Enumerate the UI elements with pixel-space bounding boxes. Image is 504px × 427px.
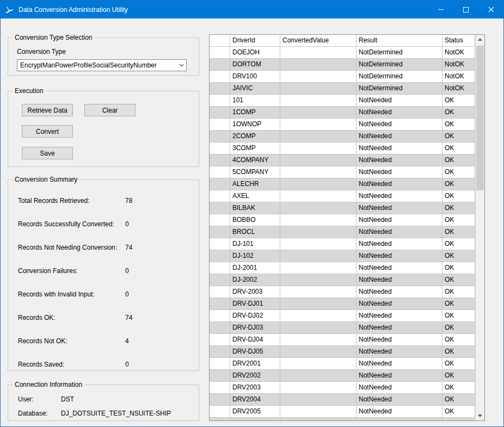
cell-result[interactable]: NotNeeded [357, 274, 442, 286]
row-header-cell[interactable] [210, 71, 230, 83]
cell-driverid[interactable]: 3COMP [230, 143, 280, 154]
cell-driverid[interactable]: JAIVIC [230, 83, 280, 95]
cell-driverid[interactable]: DOEJOH [230, 47, 280, 59]
cell-driverid[interactable]: 1COMP [230, 107, 280, 119]
cell-status[interactable]: OK [442, 286, 475, 298]
cell-driverid[interactable]: ALECHR [230, 178, 280, 190]
cell-driverid[interactable]: DRV2004 [230, 394, 280, 406]
table-row[interactable]: DOEJOHNotDeterminedNotOK [210, 47, 484, 59]
row-header-cell[interactable] [210, 418, 230, 421]
cell-driverid[interactable]: BILBAK [230, 202, 280, 214]
table-row[interactable]: 2COMPNotNeededOK [210, 131, 484, 143]
row-header-cell[interactable] [210, 394, 230, 406]
cell-convertedvalue[interactable] [280, 382, 357, 394]
row-header-cell[interactable] [210, 382, 230, 394]
table-row[interactable]: DRV-2003NotNeededOK [210, 286, 484, 298]
cell-convertedvalue[interactable] [280, 83, 357, 95]
cell-result[interactable]: NotDetermined [357, 59, 442, 71]
row-header-cell[interactable] [210, 47, 230, 59]
cell-driverid[interactable]: DJ-102 [230, 250, 280, 262]
cell-result[interactable]: NotNeeded [357, 322, 442, 334]
cell-status[interactable]: OK [442, 382, 475, 394]
title-bar[interactable]: Data Conversion Administration Utility [1, 1, 503, 18]
cell-status[interactable]: OK [442, 370, 475, 382]
row-header-cell[interactable] [210, 322, 230, 334]
cell-convertedvalue[interactable] [280, 406, 357, 418]
cell-convertedvalue[interactable] [280, 143, 357, 154]
table-row[interactable]: DRV2001NotNeededOK [210, 358, 484, 370]
cell-status[interactable]: OK [442, 238, 475, 250]
cell-driverid[interactable]: DRV2005 [230, 406, 280, 418]
cell-convertedvalue[interactable] [280, 202, 357, 214]
cell-driverid[interactable]: 5COMPANY [230, 166, 280, 178]
cell-result[interactable]: NotNeeded [357, 346, 442, 358]
cell-convertedvalue[interactable] [280, 346, 357, 358]
cell-result[interactable]: NotNeeded [357, 286, 442, 298]
table-row[interactable]: DRV-DJ02NotNeededOK [210, 310, 484, 322]
cell-driverid[interactable]: DRV2001 [230, 358, 280, 370]
column-header-convertedvalue[interactable]: ConvertedValue [280, 35, 357, 47]
cell-convertedvalue[interactable] [280, 95, 357, 107]
cell-status[interactable]: OK [442, 143, 475, 154]
cell-convertedvalue[interactable] [280, 418, 357, 421]
table-row[interactable]: BOBBONotNeededOK [210, 214, 484, 226]
cell-status[interactable]: OK [442, 119, 475, 131]
cell-convertedvalue[interactable] [280, 107, 357, 119]
row-header-cell[interactable] [210, 190, 230, 202]
cell-driverid[interactable]: DRV-2003 [230, 286, 280, 298]
table-row[interactable]: DRV2004NotNeededOK [210, 394, 484, 406]
row-header-cell[interactable] [210, 226, 230, 238]
table-row[interactable]: DRV2003NotNeededOK [210, 382, 484, 394]
cell-driverid[interactable]: 2COMP [230, 131, 280, 143]
cell-driverid[interactable]: DRV-DJ02 [230, 310, 280, 322]
cell-driverid[interactable]: DJ-101 [230, 238, 280, 250]
row-header-cell[interactable] [210, 107, 230, 119]
cell-driverid[interactable]: 4COMPANY [230, 154, 280, 166]
column-header-result[interactable]: Result [357, 35, 442, 47]
cell-status[interactable]: OK [442, 178, 475, 190]
cell-convertedvalue[interactable] [280, 286, 357, 298]
table-row[interactable]: 3COMPNotNeededOK [210, 143, 484, 154]
cell-convertedvalue[interactable] [280, 178, 357, 190]
cell-result[interactable]: NotNeeded [357, 154, 442, 166]
cell-result[interactable]: NotNeeded [357, 202, 442, 214]
cell-result[interactable]: NotDetermined [357, 47, 442, 59]
cell-driverid[interactable]: DJ-2002 [230, 274, 280, 286]
row-header-cell[interactable] [210, 214, 230, 226]
cell-status[interactable]: OK [442, 322, 475, 334]
cell-convertedvalue[interactable] [280, 358, 357, 370]
cell-convertedvalue[interactable] [280, 154, 357, 166]
cell-driverid[interactable]: BOBBO [230, 214, 280, 226]
cell-result[interactable]: NotNeeded [357, 406, 442, 418]
cell-result[interactable]: NotNeeded [357, 418, 442, 421]
row-header-cell[interactable] [210, 286, 230, 298]
cell-result[interactable]: NotNeeded [357, 166, 442, 178]
vertical-scrollbar[interactable] [475, 35, 484, 420]
cell-convertedvalue[interactable] [280, 334, 357, 346]
cell-status[interactable]: OK [442, 250, 475, 262]
table-row[interactable]: 1OWNOPNotNeededOK [210, 119, 484, 131]
cell-convertedvalue[interactable] [280, 190, 357, 202]
clear-button[interactable]: Clear [84, 104, 136, 116]
scroll-thumb[interactable] [476, 46, 484, 190]
cell-driverid[interactable]: DRV2003 [230, 382, 280, 394]
table-row[interactable]: DORTOMNotDeterminedNotOK [210, 59, 484, 71]
cell-result[interactable]: NotNeeded [357, 119, 442, 131]
column-header-driverid[interactable]: DriverId [230, 35, 280, 47]
cell-driverid[interactable]: DRV2002 [230, 370, 280, 382]
row-header-cell[interactable] [210, 298, 230, 310]
table-row[interactable]: 1COMPNotNeededOK [210, 107, 484, 119]
table-row[interactable]: DJ-2001NotNeededOK [210, 262, 484, 274]
cell-status[interactable]: OK [442, 346, 475, 358]
table-row[interactable]: DRV2006NotNeededOK [210, 418, 484, 421]
cell-convertedvalue[interactable] [280, 262, 357, 274]
cell-status[interactable]: OK [442, 154, 475, 166]
cell-convertedvalue[interactable] [280, 214, 357, 226]
cell-convertedvalue[interactable] [280, 322, 357, 334]
cell-status[interactable]: OK [442, 107, 475, 119]
row-header-cell[interactable] [210, 95, 230, 107]
cell-status[interactable]: NotOK [442, 83, 475, 95]
save-button[interactable]: Save [22, 147, 73, 159]
cell-convertedvalue[interactable] [280, 250, 357, 262]
cell-result[interactable]: NotNeeded [357, 310, 442, 322]
